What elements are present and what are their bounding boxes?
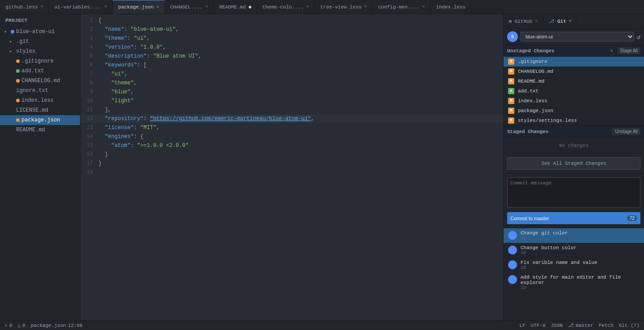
git-file-item-gitignore[interactable]: M .gitignore: [504, 57, 644, 67]
editor-line: 15 "atom": ">=1.0.0 <2.0.0": [80, 141, 503, 150]
tab-package-json[interactable]: package.json ×: [113, 0, 165, 14]
file-icon: [7, 87, 14, 94]
sidebar-item-label: add.txt: [21, 68, 44, 74]
encoding-label[interactable]: LF: [520, 323, 525, 328]
editor-line: 9 "blue",: [80, 88, 503, 96]
folder-open-icon: ▾: [2, 28, 9, 35]
utf-label[interactable]: UTF-8: [531, 323, 546, 328]
tab-label: tree-view.less: [320, 4, 361, 10]
unstaged-changes-title: Unstaged Changes: [507, 48, 608, 54]
commit-time: 1d: [521, 285, 640, 290]
commit-info: Change button color 1d: [521, 245, 640, 255]
git-panel-tabs: ⊛ GitHub × ⎇ Git ×: [504, 14, 644, 29]
tab-close[interactable]: ×: [422, 4, 425, 9]
git-status-label[interactable]: Git (7): [619, 323, 640, 328]
branch-icon: ⎇: [568, 322, 574, 328]
tab-tree-view[interactable]: tree-view.less ×: [315, 0, 373, 14]
sidebar-item-changelog-md[interactable]: CHANGELOG.md: [0, 76, 80, 86]
tab-config-men[interactable]: config-men.... ×: [373, 0, 430, 14]
commit-message-input[interactable]: [507, 177, 640, 208]
commit-message: Change git color: [521, 230, 640, 236]
commit-message: Fix varible name and value: [521, 260, 640, 265]
editor-content[interactable]: 1 { 2 "name": "blue-atom-ui", 3 "theme":…: [80, 14, 503, 320]
git-tab-git[interactable]: ⎇ Git ×: [543, 14, 577, 28]
recent-commits-list: Change git color 1d Change button color …: [504, 228, 644, 290]
unstage-all-button[interactable]: Unstage All: [612, 128, 640, 135]
tab-modified-dot: [249, 6, 251, 8]
commit-item[interactable]: Add style for main editor and file explo…: [504, 272, 644, 290]
sidebar-item-index-less[interactable]: index.less: [0, 96, 80, 105]
commit-item[interactable]: Change button color 1d: [504, 243, 644, 258]
sidebar-item-label: index.less: [21, 97, 54, 104]
branch-status[interactable]: ⎇ master: [568, 322, 593, 328]
tab-close[interactable]: ×: [104, 4, 107, 9]
unstaged-changes-header: Unstaged Changes ⇅ Stage All: [504, 45, 644, 57]
unstaged-file-list: M .gitignore M CHANGELOG.md M README.md …: [504, 57, 644, 125]
sidebar-item-license-md[interactable]: LICENSE.md: [0, 105, 80, 115]
status-right: LF UTF-8 JSON ⎇ master Fetch Git (7): [520, 322, 640, 328]
file-status-dot: [16, 118, 20, 122]
tab-bar: github.less × ui-variables.... × package…: [0, 0, 644, 14]
tab-close[interactable]: ×: [41, 4, 43, 9]
git-file-item-changelog[interactable]: M CHANGELOG.md: [504, 67, 644, 76]
language-label[interactable]: JSON: [551, 323, 563, 328]
git-file-item-index-less[interactable]: M index.less: [504, 96, 644, 106]
refresh-button[interactable]: ↺: [637, 33, 640, 41]
file-icon: [7, 126, 14, 134]
tab-label: github.less: [5, 4, 38, 10]
tab-index-less[interactable]: index.less: [431, 0, 471, 14]
tab-close[interactable]: ×: [205, 4, 208, 9]
commit-info: Fix varible name and value 1d: [521, 260, 640, 270]
warning-count[interactable]: △ 0: [17, 322, 25, 328]
modified-time: 12:66: [68, 323, 83, 328]
editor-line: 17 }: [80, 159, 503, 168]
staged-changes-header: Staged Changes Unstage All: [504, 126, 644, 138]
see-all-staged-button[interactable]: See All Staged Changes: [507, 157, 640, 170]
sidebar-item-label: blue-atom-ui: [16, 29, 55, 35]
tab-close[interactable]: ×: [364, 4, 367, 9]
commit-item[interactable]: Change git color 1d: [504, 228, 644, 243]
fetch-button[interactable]: Fetch: [599, 323, 614, 328]
git-tab-close[interactable]: ×: [569, 19, 572, 24]
stage-all-button[interactable]: Stage All: [618, 47, 640, 54]
commit-item[interactable]: Fix varible name and value 1d: [504, 258, 644, 272]
git-tab-github[interactable]: ⊛ GitHub ×: [504, 14, 543, 28]
tab-readme[interactable]: README.md: [214, 0, 257, 14]
file-modified-icon: M: [508, 78, 514, 84]
git-file-item-package-json[interactable]: M package.json: [504, 106, 644, 116]
git-file-name: styles/settings.less: [518, 118, 640, 123]
repo-selector[interactable]: blue-atom-ui: [521, 32, 634, 42]
sidebar-item-ignore-txt[interactable]: ignore.txt: [0, 86, 80, 96]
git-file-item-add-txt[interactable]: A add.txt: [504, 86, 644, 96]
commit-avatar: [508, 275, 517, 284]
sidebar-item-git[interactable]: ▸ .git: [0, 37, 80, 46]
tab-label: index.less: [436, 4, 466, 10]
sidebar-item-label: ignore.txt: [16, 88, 48, 94]
sidebar-item-blue-atom-ui[interactable]: ▾ blue-atom-ui: [0, 27, 80, 37]
sidebar-item-package-json[interactable]: package.json: [0, 115, 80, 125]
tab-ui-variables[interactable]: ui-variables.... ×: [49, 0, 113, 14]
sidebar-item-add-txt[interactable]: add.txt: [0, 66, 80, 76]
tab-close[interactable]: ×: [306, 4, 309, 9]
github-tab-close[interactable]: ×: [535, 19, 538, 24]
commit-button[interactable]: Commit to master 72: [507, 212, 640, 224]
sidebar-item-readme-md[interactable]: README.md: [0, 125, 80, 135]
file-info: package.json 12:66: [30, 323, 82, 328]
sidebar-item-gitignore[interactable]: .gitignore: [0, 56, 80, 66]
commit-button-label: Commit to master: [510, 216, 549, 221]
status-left: ✕ 0 △ 0 package.json 12:66: [4, 322, 83, 328]
editor[interactable]: 1 { 2 "name": "blue-atom-ui", 3 "theme":…: [80, 14, 503, 320]
tab-close[interactable]: ×: [157, 5, 159, 10]
git-file-item-readme[interactable]: M README.md: [504, 76, 644, 86]
branch-name: master: [576, 323, 593, 328]
error-count[interactable]: ✕ 0: [4, 322, 12, 328]
editor-line: 11 ],: [80, 105, 503, 114]
git-file-item-styles-settings[interactable]: M styles/settings.less: [504, 116, 644, 125]
file-modified-icon: M: [508, 68, 514, 75]
git-panel: ⊛ GitHub × ⎇ Git × B blue-atom-ui ↺ Unst…: [503, 14, 644, 320]
tab-theme-colo[interactable]: theme-colo.... ×: [257, 0, 315, 14]
sidebar-item-styles[interactable]: ▸ styles: [0, 46, 80, 56]
tab-changelog[interactable]: CHANGEL.... ×: [165, 0, 214, 14]
tab-github-less[interactable]: github.less ×: [0, 0, 49, 14]
warning-icon: △: [17, 322, 21, 328]
